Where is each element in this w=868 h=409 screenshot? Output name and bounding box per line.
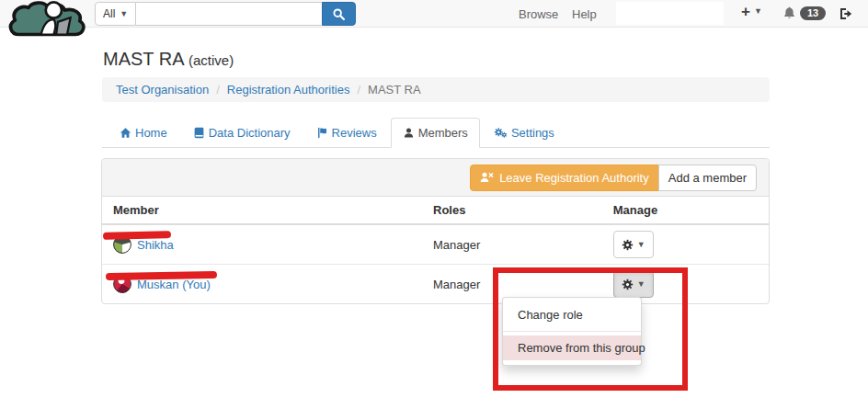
page-title-text: MAST RA [103,49,183,69]
member-name-link[interactable]: Shikha [137,238,174,252]
gear-icon [622,278,634,290]
notifications-button[interactable]: 13 [782,6,826,20]
manage-dropdown-menu: Change role Remove from this group [502,297,642,366]
global-search: All ▼ [95,2,356,26]
menu-item-change-role[interactable]: Change role [503,302,641,327]
member-role: Manager [422,224,602,265]
caret-down-icon: ▼ [754,7,762,16]
bell-icon [782,6,796,20]
breadcrumb-separator: / [216,83,220,97]
search-input[interactable] [136,2,322,26]
menu-divider [503,331,641,332]
cogs-icon [494,127,508,139]
user-times-icon [480,171,494,184]
plus-icon: + [741,4,750,19]
tab-bar: Home Data Dictionary Reviews Members [102,119,770,148]
breadcrumb: Test Organisation / Registration Authori… [102,77,770,102]
page-status: (active) [188,52,234,68]
user-icon [403,127,415,139]
page-title: MAST RA (active) [103,49,234,70]
leave-registration-authority-button[interactable]: Leave Registration Authority [470,165,659,191]
caret-down-icon: ▼ [120,10,128,18]
panel-heading: Leave Registration Authority Add a membe… [102,159,769,197]
sign-out-button[interactable] [839,6,853,25]
table-row: Muskan (You) Manager [102,265,769,304]
home-icon [120,127,131,139]
breadcrumb-current: MAST RA [368,83,421,97]
create-new-dropdown[interactable]: + ▼ [741,4,762,19]
column-header-manage: Manage [602,197,769,224]
tab-settings[interactable]: Settings [482,118,566,148]
member-name-link[interactable]: Muskan (You) [137,278,211,291]
flag-icon [316,127,328,139]
search-icon [332,7,346,21]
column-header-roles: Roles [422,197,602,224]
menu-item-remove-from-group[interactable]: Remove from this group [503,335,641,360]
manage-dropdown-button[interactable]: ▼ [613,231,654,258]
search-scope-label: All [103,7,115,20]
breadcrumb-link-organisation[interactable]: Test Organisation [116,83,209,97]
manage-dropdown-button-open[interactable]: ▼ [613,270,654,298]
book-icon [193,127,205,139]
tab-reviews[interactable]: Reviews [304,118,389,148]
members-table: Member Roles Manage Shikha [102,197,769,303]
sign-out-icon [839,6,853,21]
breadcrumb-link-registration-authorities[interactable]: Registration Authorities [227,83,350,97]
avatar [113,275,131,293]
search-button[interactable] [322,2,356,26]
table-row: Shikha Manager [102,224,769,265]
tab-members[interactable]: Members [391,118,480,148]
tab-home[interactable]: Home [108,118,179,148]
nav-help-link[interactable]: Help [572,7,597,21]
search-scope-dropdown[interactable]: All ▼ [95,2,136,26]
redacted-username-box [616,2,724,25]
avatar [113,235,131,254]
add-member-button[interactable]: Add a member [658,165,757,191]
app-logo-icon[interactable] [6,1,90,40]
top-navbar: All ▼ Browse Help + ▼ 13 [0,0,868,28]
caret-down-icon: ▼ [637,280,645,289]
nav-browse-link[interactable]: Browse [519,7,558,21]
column-header-member: Member [102,197,422,224]
notification-count-badge: 13 [800,6,826,20]
gear-icon [622,239,634,251]
breadcrumb-separator: / [357,83,360,97]
members-panel: Leave Registration Authority Add a membe… [101,158,770,304]
tab-data-dictionary[interactable]: Data Dictionary [181,118,303,148]
caret-down-icon: ▼ [637,241,645,249]
